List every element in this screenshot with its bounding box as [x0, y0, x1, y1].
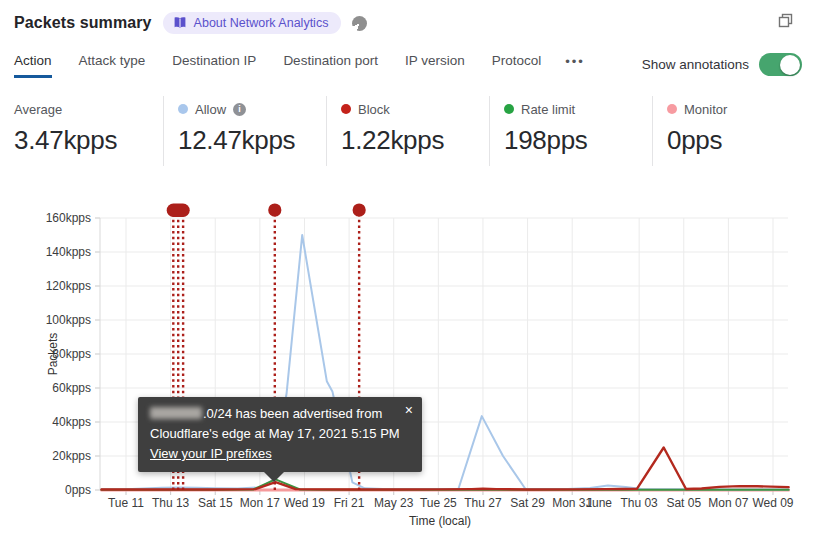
y-tick-label: 160kpps: [46, 211, 91, 225]
x-tick-label: Mon 17: [240, 496, 280, 510]
x-tick-label: Thu 03: [620, 496, 658, 510]
y-tick-label: 100kpps: [46, 313, 91, 327]
close-icon[interactable]: ×: [405, 400, 413, 420]
tab-attack-type[interactable]: Attack type: [79, 53, 146, 78]
view-ip-prefixes-link[interactable]: View your IP prefixes: [150, 446, 272, 461]
tooltip-arrow: [263, 471, 285, 482]
tabs-row: ActionAttack typeDestination IPDestinati…: [14, 53, 802, 78]
y-axis-title: Packets: [46, 333, 60, 376]
show-annotations-control: Show annotations: [642, 53, 802, 76]
x-axis-title: Time (local): [409, 514, 471, 528]
pie-indicator-icon: [352, 16, 367, 31]
tab-destination-port[interactable]: Destination port: [283, 53, 378, 78]
x-tick-label: Fri 21: [334, 496, 365, 510]
x-tick-label: Wed 19: [284, 496, 325, 510]
stat-value: 12.47kpps: [178, 125, 318, 156]
stat-monitor: Monitor0pps: [652, 96, 815, 166]
stat-block: Block1.22kpps: [326, 96, 489, 166]
y-tick-label: 120kpps: [46, 279, 91, 293]
y-tick-label: 40kpps: [52, 415, 91, 429]
stat-value: 198pps: [504, 125, 644, 156]
tab-protocol[interactable]: Protocol: [492, 53, 542, 78]
stat-allow: Allowi12.47kpps: [163, 96, 326, 166]
x-tick-label: Tue 11: [108, 496, 144, 510]
tooltip-line-1: .0/24 has been advertised from: [150, 404, 410, 424]
x-tick-label: Mon 07: [708, 496, 748, 510]
stat-value: 1.22kpps: [341, 125, 481, 156]
stat-label: Block: [358, 102, 390, 117]
x-tick-label: Sat 15: [198, 496, 233, 510]
stats-row: Average3.47kppsAllowi12.47kppsBlock1.22k…: [0, 96, 816, 166]
y-tick-label: 20kpps: [52, 449, 91, 463]
stat-value: 3.47kpps: [14, 125, 155, 156]
redacted-ip-prefix: [150, 407, 202, 419]
badge-label: About Network Analytics: [194, 16, 329, 30]
show-annotations-label: Show annotations: [642, 57, 749, 72]
tooltip-line-2: Cloudflare's edge at May 17, 2021 5:15 P…: [150, 424, 410, 444]
stat-label: Monitor: [684, 102, 727, 117]
about-network-analytics-badge[interactable]: About Network Analytics: [163, 12, 342, 34]
y-tick-label: 60kpps: [52, 381, 91, 395]
x-tick-label: Sat 05: [666, 496, 701, 510]
annotation-marker-dot[interactable]: [268, 203, 281, 216]
legend-dot-rate-limit: [504, 104, 514, 114]
stat-label: Average: [14, 102, 62, 117]
x-tick-label: Sat 29: [510, 496, 545, 510]
stat-value: 0pps: [667, 125, 807, 156]
tab-ip-version[interactable]: IP version: [405, 53, 465, 78]
tabs: ActionAttack typeDestination IPDestinati…: [14, 53, 541, 78]
toggle-knob: [780, 55, 800, 75]
annotation-marker-pill[interactable]: [167, 204, 190, 218]
x-tick-label: Wed 09: [752, 496, 793, 510]
tab-action[interactable]: Action: [14, 53, 52, 78]
stat-label: Rate limit: [521, 102, 575, 117]
show-annotations-toggle[interactable]: [759, 53, 802, 76]
open-in-new-window-icon[interactable]: [777, 12, 794, 33]
y-tick-label: 0pps: [65, 483, 91, 497]
book-icon: [173, 16, 187, 30]
x-tick-label: Tue 25: [420, 496, 457, 510]
packets-chart: 0pps20kpps40kpps60kpps80kpps100kpps120kp…: [0, 190, 816, 542]
tab-destination-ip[interactable]: Destination IP: [172, 53, 256, 78]
page-title: Packets summary: [14, 14, 152, 32]
stat-average: Average3.47kpps: [0, 96, 163, 166]
x-tick-label: Thu 27: [464, 496, 502, 510]
annotation-tooltip: × .0/24 has been advertised from Cloudfl…: [138, 397, 422, 472]
header: Packets summary About Network Analytics: [14, 12, 367, 34]
legend-dot-block: [341, 104, 351, 114]
x-tick-label: Thu 13: [152, 496, 190, 510]
info-icon[interactable]: i: [233, 103, 246, 116]
more-tabs-button[interactable]: •••: [565, 53, 585, 69]
x-tick-label: May 23: [374, 496, 414, 510]
annotation-marker-dot[interactable]: [353, 203, 366, 216]
y-tick-label: 140kpps: [46, 245, 91, 259]
stat-rate-limit: Rate limit198pps: [489, 96, 652, 166]
stat-label: Allow: [195, 102, 226, 117]
month-label: June: [586, 496, 612, 510]
legend-dot-allow: [178, 104, 188, 114]
legend-dot-monitor: [667, 104, 677, 114]
